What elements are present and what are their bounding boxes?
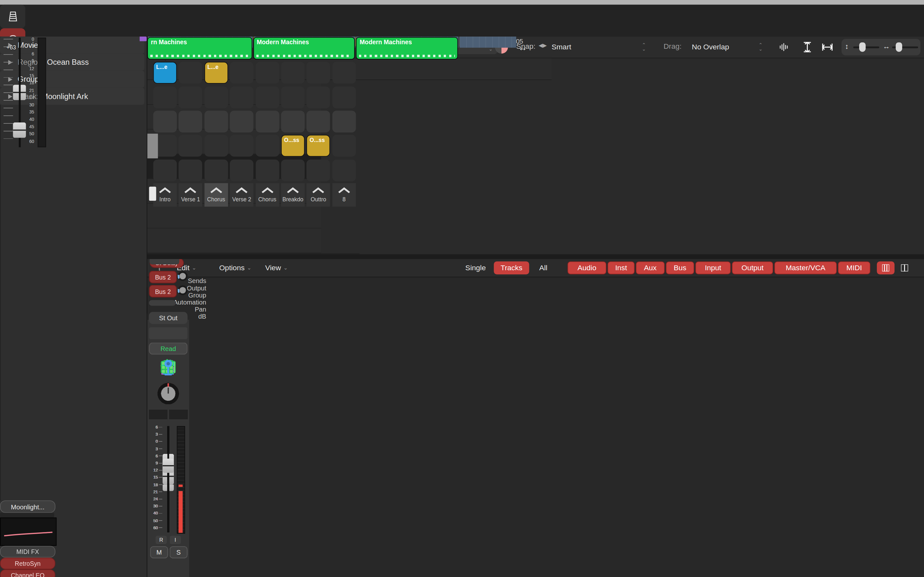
grid-cell[interactable] — [255, 62, 279, 84]
mixer-menu-options[interactable]: Options⌄ — [219, 262, 251, 274]
record-enable-button[interactable]: R — [156, 536, 167, 544]
mixer-menu-view[interactable]: View⌄ — [265, 262, 288, 274]
instrument-slot-button[interactable]: RetroSyn — [0, 558, 55, 569]
filter-inst[interactable]: Inst — [607, 261, 635, 274]
grid-cell[interactable] — [153, 86, 177, 108]
waveform-zoom-button[interactable] — [775, 39, 793, 55]
filter-bus[interactable]: Bus — [666, 261, 694, 274]
grid-cell[interactable] — [255, 86, 279, 108]
all-view-button[interactable]: All — [531, 261, 555, 274]
send-knob[interactable] — [178, 285, 188, 295]
vzoom-slider-thumb[interactable] — [859, 42, 866, 52]
grid-cell[interactable] — [230, 86, 254, 108]
grid-loop-cell[interactable]: L...e — [153, 62, 177, 84]
solo-button[interactable]: S — [170, 546, 187, 558]
grid-cell[interactable] — [281, 86, 304, 108]
grid-cell[interactable] — [333, 62, 356, 84]
output-slot-button[interactable]: St Out — [149, 312, 187, 324]
mute-button[interactable]: M — [150, 546, 168, 558]
drag-select[interactable]: No Overlap⌃ ⌄ — [692, 41, 762, 53]
grid-cell[interactable] — [153, 159, 177, 181]
filter-aux[interactable]: Aux — [636, 261, 665, 274]
grid-cell[interactable] — [204, 135, 228, 157]
grid-cell[interactable] — [333, 111, 356, 132]
grid-cell[interactable] — [255, 159, 279, 181]
input-monitor-button[interactable]: I — [170, 536, 181, 544]
grid-cell[interactable] — [333, 135, 356, 157]
grid-cell[interactable] — [307, 62, 330, 84]
filter-input[interactable]: Input — [695, 261, 730, 274]
grid-cell[interactable] — [230, 159, 254, 181]
group-slot[interactable] — [149, 327, 187, 339]
tracks-view-button[interactable]: Tracks — [494, 261, 529, 274]
send-slot-button[interactable]: Bus 2 — [149, 285, 177, 298]
scene-trigger[interactable]: Breakdo — [281, 183, 304, 206]
grid-cell[interactable] — [179, 111, 202, 132]
wide-strips-button[interactable] — [896, 261, 913, 274]
send-knob[interactable] — [178, 271, 188, 282]
narrow-strips-button[interactable] — [877, 261, 895, 274]
grid-scroll-thumb[interactable] — [149, 187, 156, 201]
grid-cell[interactable] — [179, 86, 202, 108]
scene-trigger[interactable]: Outtro — [307, 183, 330, 206]
single-view-button[interactable]: Single — [460, 261, 491, 274]
filter-output[interactable]: Output — [732, 261, 773, 274]
grid-cell[interactable] — [230, 135, 254, 157]
divider-arrows-icon[interactable]: ◀▶ — [539, 42, 547, 48]
track-header-row[interactable]: 32MSRMo...nes — [147, 229, 321, 253]
scale-label: 60 — [149, 526, 158, 530]
scene-trigger[interactable]: Chorus — [255, 183, 279, 206]
grid-cell[interactable] — [255, 135, 279, 157]
fader-cap-line — [13, 129, 26, 131]
grid-cell[interactable] — [281, 159, 304, 181]
track-header-row[interactable]: 31MSRAfri...Kit — [147, 204, 321, 229]
grid-cell[interactable] — [230, 62, 254, 84]
filter-master-vca[interactable]: Master/VCA — [774, 261, 837, 274]
snap-select[interactable]: Smart⌃ ⌄ — [551, 41, 646, 53]
pan-knob[interactable] — [157, 383, 179, 406]
scene-trigger[interactable]: Intro — [153, 183, 177, 206]
fader-cap[interactable] — [163, 458, 174, 472]
filter-audio[interactable]: Audio — [567, 261, 606, 274]
library-button[interactable] — [0, 5, 25, 28]
vzoom-slider-track[interactable] — [853, 47, 879, 48]
grid-cell[interactable] — [204, 159, 228, 181]
automation-mode-button[interactable]: Read — [149, 343, 187, 355]
grid-cell[interactable] — [255, 111, 279, 132]
grid-cell[interactable] — [204, 86, 228, 108]
channel-name-button[interactable]: Moonlight... — [0, 500, 55, 513]
inspector-header-ocean-bass[interactable]: Region:Ocean Bass — [0, 53, 144, 71]
grid-cell[interactable] — [281, 111, 304, 132]
hzoom-slider-thumb[interactable] — [896, 42, 902, 52]
grid-cell[interactable] — [333, 159, 356, 181]
grid-cell[interactable] — [179, 159, 202, 181]
grid-loop-cell[interactable]: O...ss — [307, 135, 330, 157]
scene-trigger[interactable]: 8 — [333, 183, 356, 206]
grid-cell[interactable] — [230, 111, 254, 132]
filter-midi[interactable]: MIDI — [838, 261, 871, 274]
grid-loop-cell[interactable]: L...e — [204, 62, 228, 84]
grid-cell[interactable] — [153, 111, 177, 132]
grid-cell[interactable] — [307, 86, 330, 108]
eq-thumbnail[interactable] — [0, 517, 57, 546]
grid-cell[interactable] — [333, 86, 356, 108]
fader-track[interactable] — [168, 426, 170, 532]
audio-fx-slot-button[interactable]: Channel EQ — [0, 569, 55, 577]
grid-cell[interactable] — [307, 159, 330, 181]
scene-trigger[interactable]: Chorus — [204, 183, 228, 206]
scene-trigger[interactable]: Verse 1 — [179, 183, 202, 206]
grid-cell[interactable] — [281, 62, 304, 84]
grid-loop-cell[interactable]: O...ss — [281, 135, 304, 157]
fader-cap[interactable] — [13, 122, 26, 138]
grid-cell[interactable] — [179, 62, 202, 84]
grid-cell[interactable] — [307, 111, 330, 132]
volume-value[interactable] — [149, 410, 168, 419]
horizontal-zoom-button[interactable] — [819, 39, 835, 55]
grid-cell[interactable] — [204, 111, 228, 132]
midi-fx-button[interactable]: MIDI FX — [0, 546, 55, 558]
send-slot-button[interactable]: Bus 2 — [149, 271, 177, 284]
scene-trigger[interactable]: Verse 2 — [230, 183, 254, 206]
vertical-zoom-button[interactable] — [799, 39, 816, 55]
grid-cell[interactable] — [179, 135, 202, 157]
scale-label: 21 — [149, 490, 158, 494]
